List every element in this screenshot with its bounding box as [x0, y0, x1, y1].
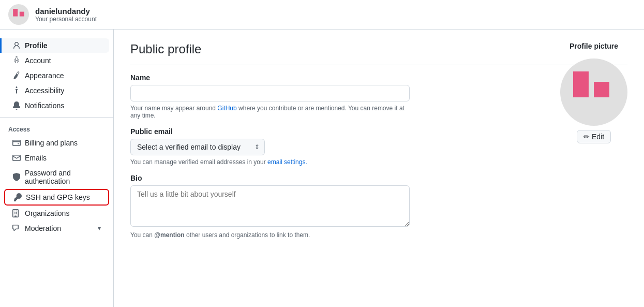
public-email-form-group: Public email Select a verified email to …: [130, 127, 627, 166]
key-icon: [13, 193, 22, 201]
section-divider: [130, 65, 627, 65]
access-section-label: Access: [0, 122, 113, 135]
sidebar-item-account-label: Account: [25, 56, 51, 65]
public-email-label: Public email: [130, 127, 627, 136]
sidebar-item-accessibility[interactable]: Accessibility: [4, 83, 109, 98]
gear-icon: [12, 56, 21, 65]
svg-rect-2: [573, 71, 589, 97]
name-help: Your name may appear around GitHub where…: [130, 105, 410, 119]
github-link[interactable]: GitHub: [217, 105, 236, 112]
sidebar-item-billing-label: Billing and plans: [25, 139, 78, 147]
user-info: danielundandy Your personal account: [35, 7, 97, 23]
svg-rect-1: [20, 12, 24, 17]
accessibility-icon: [12, 86, 21, 95]
edit-button-label: Edit: [592, 133, 604, 141]
page-title: Public profile: [130, 42, 627, 56]
sidebar-item-billing[interactable]: Billing and plans: [4, 136, 109, 150]
sidebar-item-notifications-label: Notifications: [25, 101, 64, 110]
content-area: Public profile Name Your name may appear…: [114, 30, 644, 307]
svg-rect-0: [13, 9, 18, 16]
email-help: You can manage verified email addresses …: [130, 158, 410, 166]
bell-icon: [12, 101, 21, 110]
sidebar-item-organizations-label: Organizations: [25, 209, 69, 217]
name-label: Name: [130, 74, 627, 82]
sidebar-item-password-label: Password and authentication: [25, 169, 101, 185]
email-select-wrapper: Select a verified email to display ⇕: [130, 139, 265, 155]
comment-icon: [12, 224, 21, 232]
profile-picture-section: Profile picture ✏ Edit: [560, 42, 627, 143]
profile-picture-label: Profile picture: [570, 42, 618, 50]
svg-rect-3: [594, 82, 609, 97]
edit-profile-picture-button[interactable]: ✏ Edit: [577, 130, 611, 143]
sidebar-item-ssh-gpg[interactable]: SSH and GPG keys: [4, 189, 109, 206]
sidebar-divider: [0, 117, 113, 118]
profile-picture: [560, 59, 627, 126]
sidebar-item-password[interactable]: Password and authentication: [4, 166, 109, 188]
username: danielundandy: [35, 7, 97, 16]
sidebar-item-organizations[interactable]: Organizations: [4, 206, 109, 221]
sidebar-item-appearance[interactable]: Appearance: [4, 68, 109, 83]
bio-form-group: Bio You can @mention other users and org…: [130, 174, 627, 239]
sidebar: Profile Account Appearance: [0, 30, 114, 307]
sidebar-item-emails-label: Emails: [25, 154, 47, 162]
email-select[interactable]: Select a verified email to display: [130, 139, 265, 155]
creditcard-icon: [12, 139, 21, 147]
sidebar-item-emails[interactable]: Emails: [4, 151, 109, 165]
bio-label: Bio: [130, 174, 627, 182]
sidebar-item-accessibility-label: Accessibility: [25, 86, 64, 95]
sidebar-item-ssh-gpg-label: SSH and GPG keys: [26, 193, 90, 201]
top-bar: danielundandy Your personal account: [0, 0, 644, 30]
name-input[interactable]: [130, 85, 410, 101]
sidebar-item-notifications[interactable]: Notifications: [4, 98, 109, 113]
email-settings-link[interactable]: email settings.: [267, 158, 307, 166]
sidebar-item-appearance-label: Appearance: [25, 71, 64, 80]
sidebar-item-account[interactable]: Account: [4, 53, 109, 68]
avatar: [8, 4, 29, 25]
sidebar-item-moderation[interactable]: Moderation ▾: [4, 221, 109, 236]
sidebar-item-profile-label: Profile: [25, 41, 48, 50]
bio-textarea[interactable]: [130, 185, 410, 227]
sidebar-item-profile[interactable]: Profile: [0, 38, 109, 53]
paintbrush-icon: [12, 71, 21, 80]
account-type: Your personal account: [35, 16, 97, 23]
pencil-icon: ✏: [583, 133, 590, 141]
mention-text: @mention: [154, 231, 184, 239]
shield-icon: [12, 173, 21, 181]
name-form-group: Name Your name may appear around GitHub …: [130, 74, 627, 119]
chevron-down-icon: ▾: [98, 225, 101, 232]
org-icon: [12, 209, 21, 217]
bio-help: You can @mention other users and organiz…: [130, 231, 410, 239]
sidebar-item-moderation-label: Moderation: [25, 224, 61, 232]
person-icon: [12, 41, 21, 50]
mail-icon: [12, 154, 21, 162]
